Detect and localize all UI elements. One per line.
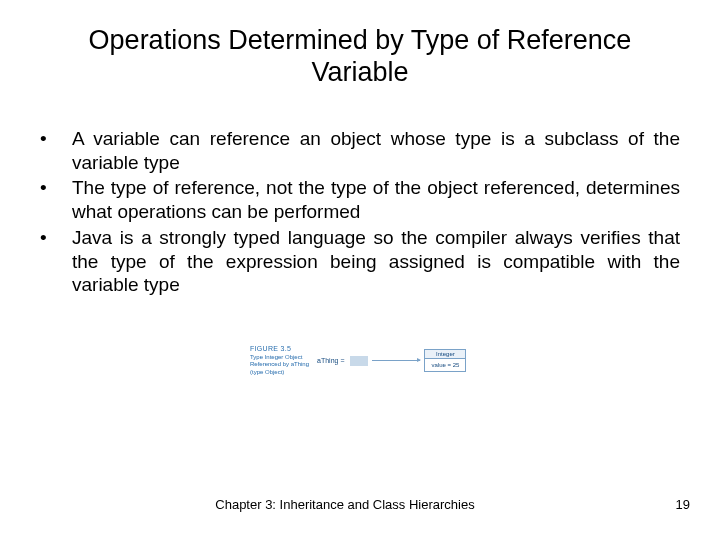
figure-label: FIGURE 3.5 xyxy=(250,345,309,354)
slide-footer: Chapter 3: Inheritance and Class Hierarc… xyxy=(0,497,720,512)
list-item: • Java is a strongly typed language so t… xyxy=(40,226,680,297)
bullet-marker: • xyxy=(40,176,72,224)
object-value: value = 25 xyxy=(425,359,465,371)
footer-chapter: Chapter 3: Inheritance and Class Hierarc… xyxy=(0,497,630,512)
page-number: 19 xyxy=(630,497,720,512)
slide-title: Operations Determined by Type of Referen… xyxy=(0,0,720,99)
figure: FIGURE 3.5 Type Integer Object Reference… xyxy=(250,345,466,376)
arrowhead-icon xyxy=(417,358,421,362)
list-item: • The type of reference, not the type of… xyxy=(40,176,680,224)
bullet-text: A variable can reference an object whose… xyxy=(72,127,680,175)
bullet-list: • A variable can reference an object who… xyxy=(40,127,680,297)
object-box: Integer value = 25 xyxy=(424,349,466,372)
slide: Operations Determined by Type of Referen… xyxy=(0,0,720,540)
bullet-marker: • xyxy=(40,226,72,297)
figure-caption-line: (type Object) xyxy=(250,369,309,377)
reference-box-icon xyxy=(350,356,368,366)
arrow-icon xyxy=(372,360,420,361)
bullet-text: Java is a strongly typed language so the… xyxy=(72,226,680,297)
object-type: Integer xyxy=(425,350,465,359)
figure-caption-line: Type Integer Object xyxy=(250,354,309,362)
list-item: • A variable can reference an object who… xyxy=(40,127,680,175)
figure-caption: FIGURE 3.5 Type Integer Object Reference… xyxy=(250,345,309,376)
figure-variable-name: aThing = xyxy=(317,357,344,364)
bullet-text: The type of reference, not the type of t… xyxy=(72,176,680,224)
bullet-marker: • xyxy=(40,127,72,175)
figure-caption-line: Referenced by aThing xyxy=(250,361,309,369)
